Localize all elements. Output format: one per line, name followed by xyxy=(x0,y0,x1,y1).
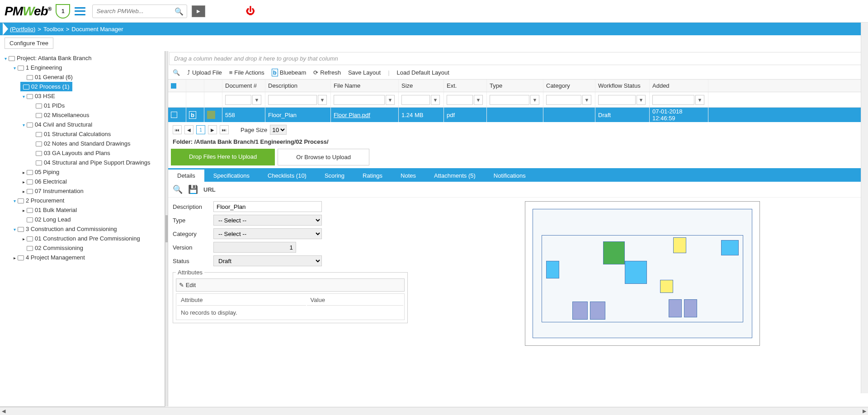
col-doc[interactable]: Document # xyxy=(222,80,265,92)
tree-pids[interactable]: 01 PIDs xyxy=(29,101,165,110)
col-wf[interactable]: Workflow Status xyxy=(595,80,650,92)
configure-tree-button[interactable]: Configure Tree xyxy=(5,38,53,49)
main: ▾Project: Atlanta Bank Branch ▾1 Enginee… xyxy=(0,51,868,406)
save-icon[interactable]: 💾 xyxy=(188,184,198,194)
tab-checklists[interactable]: Checklists (10) xyxy=(259,170,316,182)
tab-specifications[interactable]: Specifications xyxy=(204,170,259,182)
row-checkbox[interactable] xyxy=(171,112,177,118)
search-input[interactable] xyxy=(92,5,187,18)
search-icon[interactable]: 🔍 xyxy=(175,7,184,16)
page-hscroll[interactable]: ◀▶ xyxy=(0,407,868,415)
filter-type[interactable] xyxy=(490,95,529,105)
tree-ga-layouts[interactable]: 03 GA Layouts and Plans xyxy=(29,148,165,158)
select-all-checkbox[interactable] xyxy=(171,83,176,89)
shield-badge[interactable]: 1 xyxy=(56,4,70,19)
tree-instrumentation[interactable]: ▸07 Instrumentation xyxy=(20,186,165,196)
toolbar-search-icon[interactable]: 🔍 xyxy=(173,69,180,76)
pager-prev[interactable]: ◀ xyxy=(184,125,193,134)
col-type[interactable]: Type xyxy=(487,80,543,92)
tree-general[interactable]: 01 General (6) xyxy=(20,72,165,82)
edit-button[interactable]: ✎ Edit xyxy=(176,278,405,292)
tree-procurement[interactable]: ▾2 Procurement xyxy=(11,196,165,205)
drop-files-button[interactable]: Drop Files Here to Upload xyxy=(171,149,275,165)
breadcrumb-portfolio[interactable]: (Portfolio) xyxy=(10,26,35,33)
refresh-button[interactable]: ⟳ Refresh xyxy=(313,69,341,76)
tree-precom[interactable]: ▸01 Construction and Pre Commissioning xyxy=(20,234,165,243)
load-layout-button[interactable]: Load Default Layout xyxy=(397,69,449,76)
col-desc[interactable]: Description xyxy=(265,80,331,92)
page-size-select[interactable]: 10 xyxy=(270,125,287,135)
tab-scoring[interactable]: Scoring xyxy=(316,170,354,182)
pager-last[interactable]: ⏭ xyxy=(220,125,229,134)
tree-civil[interactable]: ▾04 Civil and Structural xyxy=(20,120,165,129)
tree-misc[interactable]: 02 Miscellaneous xyxy=(29,110,165,120)
tab-notes[interactable]: Notes xyxy=(392,170,425,182)
upload-file-button[interactable]: ⤴ Upload File xyxy=(187,69,222,76)
filter-file[interactable] xyxy=(334,95,385,105)
filter-icon[interactable]: ▼ xyxy=(582,95,591,105)
bluebeam-button[interactable]: b Bluebeam xyxy=(272,69,307,76)
pager-next[interactable]: ▶ xyxy=(208,125,217,134)
tree-hse[interactable]: ▾03 HSE xyxy=(20,91,165,101)
col-added[interactable]: Added xyxy=(650,80,708,92)
tab-details[interactable]: Details xyxy=(168,170,204,182)
filter-icon[interactable]: ▼ xyxy=(386,95,395,105)
filter-icon[interactable]: ▼ xyxy=(695,95,704,105)
grid-header: Document # Description File Name Size Ex… xyxy=(168,80,868,92)
filter-icon[interactable]: ▼ xyxy=(637,95,646,105)
filter-desc[interactable] xyxy=(268,95,317,105)
tree-root[interactable]: ▾Project: Atlanta Bank Branch xyxy=(2,53,165,63)
filter-size[interactable] xyxy=(401,95,430,105)
tree-projmgmt[interactable]: ▸4 Project Management xyxy=(11,253,165,262)
tree-pipe-support[interactable]: 04 Structural and Pipe Support Drawings xyxy=(29,158,165,167)
tab-notifications[interactable]: Notifications xyxy=(485,170,535,182)
tree-notes-draw[interactable]: 02 Notes and Standard Drawings xyxy=(29,139,165,148)
type-select[interactable]: -- Select -- xyxy=(213,215,322,226)
tab-attachments[interactable]: Attachments (5) xyxy=(425,170,485,182)
tab-ratings[interactable]: Ratings xyxy=(354,170,392,182)
bluebeam-row-icon[interactable]: b xyxy=(189,111,196,119)
desc-input[interactable] xyxy=(213,201,322,212)
col-file[interactable]: File Name xyxy=(331,80,399,92)
power-icon[interactable]: ⏻ xyxy=(246,6,255,16)
tree-piping[interactable]: ▸05 Piping xyxy=(20,167,165,177)
file-actions-button[interactable]: ≡ File Actions xyxy=(229,69,264,76)
save-layout-button[interactable]: Save Layout xyxy=(348,69,381,76)
tree-process[interactable]: 02 Process (1) xyxy=(20,82,72,91)
tree-bulk[interactable]: ▸01 Bulk Material xyxy=(20,205,165,215)
preview-frame[interactable] xyxy=(525,201,760,346)
filter-icon[interactable]: ▼ xyxy=(474,95,483,105)
pager-page[interactable]: 1 xyxy=(196,125,205,134)
col-ext[interactable]: Ext. xyxy=(444,80,487,92)
filter-ext[interactable] xyxy=(447,95,473,105)
filter-icon[interactable]: ▼ xyxy=(431,95,440,105)
tree-construction[interactable]: ▾3 Construction and Commissioning xyxy=(11,224,165,234)
filter-icon[interactable]: ▼ xyxy=(252,95,261,105)
filter-cat[interactable] xyxy=(546,95,581,105)
file-link[interactable]: Floor Plan.pdf xyxy=(334,112,370,118)
pager-first[interactable]: ⏮ xyxy=(173,125,182,134)
tree-struct-calc[interactable]: 01 Structural Calculations xyxy=(29,129,165,139)
tree-engineering[interactable]: ▾1 Engineering xyxy=(11,63,165,72)
menu-icon[interactable] xyxy=(75,7,85,15)
breadcrumb-toolbox[interactable]: Toolbox xyxy=(43,26,64,33)
splitter[interactable] xyxy=(165,51,168,406)
tree-electrical[interactable]: ▸06 Electrical xyxy=(20,177,165,186)
filter-doc[interactable] xyxy=(225,95,251,105)
detail-search-icon[interactable]: 🔍 xyxy=(173,184,183,194)
status-select[interactable]: Draft xyxy=(213,255,322,266)
calendar-icon[interactable]: ▶ xyxy=(192,5,205,17)
cat-select[interactable]: -- Select -- xyxy=(213,228,322,239)
col-size[interactable]: Size xyxy=(399,80,444,92)
filter-wf[interactable] xyxy=(598,95,636,105)
filter-added[interactable] xyxy=(652,95,694,105)
col-cat[interactable]: Category xyxy=(543,80,595,92)
group-hint[interactable]: Drag a column header and drop it here to… xyxy=(169,52,867,65)
tree-commissioning[interactable]: 02 Commissioning xyxy=(20,243,165,253)
vertical-scrollbar[interactable] xyxy=(861,23,868,393)
filter-icon[interactable]: ▼ xyxy=(530,95,539,105)
filter-icon[interactable]: ▼ xyxy=(318,95,327,105)
browse-upload-button[interactable]: Or Browse to Upload xyxy=(278,149,369,165)
table-row[interactable]: b 558 Floor_Plan Floor Plan.pdf 1.24 MB … xyxy=(168,108,868,122)
tree-longlead[interactable]: 02 Long Lead xyxy=(20,215,165,224)
